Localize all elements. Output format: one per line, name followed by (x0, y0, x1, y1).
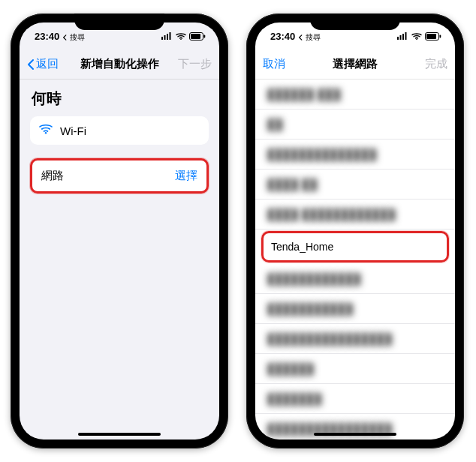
svg-rect-3 (170, 32, 171, 40)
svg-rect-7 (204, 34, 206, 38)
status-indicators (397, 32, 441, 40)
back-button[interactable]: 返回 (27, 57, 59, 71)
battery-icon (189, 32, 206, 40)
svg-rect-2 (167, 34, 168, 40)
network-item-highlighted[interactable]: Tenda_Home (261, 231, 449, 262)
back-label: 返回 (36, 57, 59, 71)
notch (74, 14, 164, 30)
section-label-when: 何時 (20, 80, 219, 113)
network-item[interactable]: ████████████ (255, 264, 455, 294)
svg-rect-11 (402, 34, 404, 40)
network-name: ██████ (267, 363, 315, 375)
network-item[interactable]: ███████ (255, 384, 455, 414)
network-name: ████████████ (267, 273, 361, 285)
network-name: ███████████ (267, 303, 354, 315)
status-search-label: 搜尋 (70, 32, 85, 43)
done-button: 完成 (425, 57, 447, 71)
network-item[interactable]: ██████ (255, 354, 455, 384)
home-indicator[interactable] (314, 433, 396, 436)
network-name: ████ ████████████ (267, 208, 396, 220)
nav-bar: 取消 選擇網路 完成 (255, 50, 455, 80)
status-search-crumb[interactable]: 搜尋 (62, 32, 85, 43)
svg-point-13 (416, 39, 417, 40)
svg-rect-10 (400, 35, 402, 40)
chevron-left-icon (27, 58, 35, 70)
network-item[interactable]: ██████████████ (255, 140, 455, 170)
phone-left: 23:40 搜尋 返回 新增自動化操作 下一步 (11, 14, 228, 448)
svg-rect-1 (164, 35, 166, 40)
wifi-icon (39, 124, 53, 137)
network-name: ███████ (267, 393, 322, 405)
network-item[interactable]: ██ (255, 110, 455, 140)
svg-rect-6 (191, 34, 200, 39)
wifi-card[interactable]: Wi-Fi (30, 116, 209, 145)
status-indicators (161, 32, 206, 40)
status-time: 23:40 (35, 31, 59, 42)
home-indicator[interactable] (78, 433, 161, 436)
network-name: ████ ██ (267, 178, 318, 190)
network-row[interactable]: 網路 選擇 (30, 158, 209, 194)
svg-rect-9 (397, 37, 399, 40)
nav-title: 選擇網路 (303, 57, 407, 71)
network-name: Tenda_Home (271, 241, 333, 253)
svg-rect-12 (405, 32, 407, 40)
status-search-crumb[interactable]: 搜尋 (298, 32, 321, 43)
network-item[interactable]: ████ ████████████ (255, 200, 455, 230)
network-name: ██████████████ (267, 148, 377, 160)
network-item[interactable]: ██████ ███ (255, 80, 455, 110)
wifi-status-icon (411, 32, 422, 40)
network-name: ██████ ███ (267, 88, 341, 100)
wifi-label: Wi-Fi (60, 124, 86, 137)
svg-rect-0 (161, 37, 163, 40)
nav-bar: 返回 新增自動化操作 下一步 (20, 50, 219, 80)
phone-right: 23:40 搜尋 取消 選擇網路 完成 █████ (246, 14, 464, 448)
signal-icon (397, 32, 408, 40)
signal-icon (161, 32, 173, 40)
status-time: 23:40 (270, 31, 295, 42)
network-item[interactable]: ████ ██ (255, 170, 455, 200)
wifi-status-icon (176, 32, 186, 40)
chevron-left-icon (298, 34, 304, 40)
svg-rect-15 (426, 34, 436, 39)
network-label: 網路 (41, 169, 64, 183)
chevron-left-icon (62, 34, 68, 40)
network-action[interactable]: 選擇 (175, 169, 197, 183)
svg-point-8 (45, 132, 47, 134)
status-search-label: 搜尋 (306, 32, 321, 43)
battery-icon (425, 32, 441, 40)
nav-title: 新增自動化操作 (68, 57, 171, 71)
svg-point-4 (180, 39, 182, 40)
network-item[interactable]: ███████████ (255, 294, 455, 324)
network-name: ████████████████ (267, 333, 393, 345)
next-button: 下一步 (178, 57, 212, 71)
network-name: ██ (267, 118, 283, 130)
network-item[interactable]: ████████████████ (255, 324, 455, 354)
notch (310, 14, 400, 30)
svg-rect-16 (440, 34, 441, 38)
network-list: ██████ ███████████████████████ ██████ ██… (255, 80, 455, 440)
cancel-button[interactable]: 取消 (263, 57, 285, 71)
